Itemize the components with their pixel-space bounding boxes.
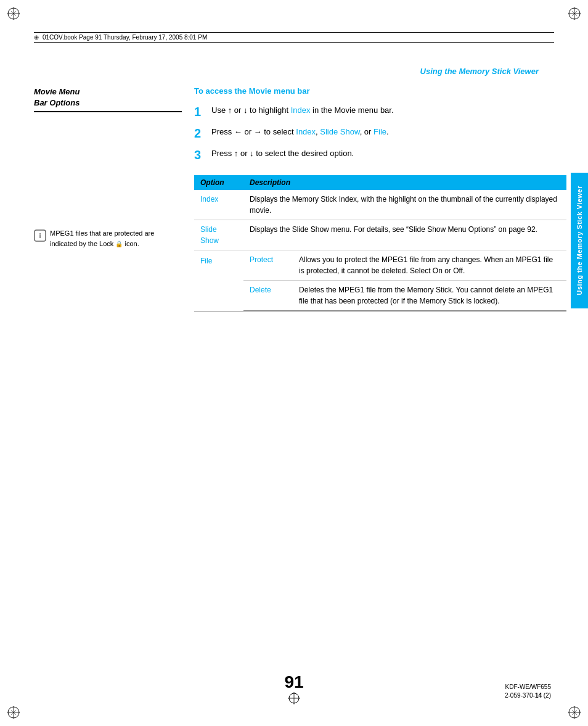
header-title: Using the Memory Stick Viewer (420, 67, 539, 76)
bottom-center-mark (287, 691, 301, 707)
steps-list: 1 Use ↑ or ↓ to highlight Index in the M… (194, 104, 566, 164)
note-text: MPEG1 files that are protected are indic… (50, 228, 169, 249)
step-3: 3 Press ↑ or ↓ to select the desired opt… (194, 147, 566, 164)
highlight-off: Off (453, 266, 463, 275)
corner-mark-bl (6, 695, 31, 720)
corner-mark-tr (557, 6, 582, 31)
corner-mark-tl (6, 6, 31, 31)
table-row-index: Index Displays the Memory Stick Index, w… (194, 190, 566, 220)
page-number: 91 (284, 672, 303, 692)
svg-text:i: i (39, 232, 41, 239)
side-tab: Using the Memory Stick Viewer (571, 173, 588, 308)
section-heading: To access the Movie menu bar (194, 86, 566, 96)
model-line1: KDF-WE/WF655 (505, 683, 551, 691)
model-info: KDF-WE/WF655 2-059-370-14 (2) (505, 683, 551, 700)
option-slideshow: SlideShow (194, 220, 243, 250)
page-container: ⊕ 01COV.book Page 91 Thursday, February … (0, 0, 588, 726)
desc-index: Displays the Memory Stick Index, with th… (243, 190, 566, 220)
step-text-1: Use ↑ or ↓ to highlight Index in the Mov… (211, 104, 566, 117)
options-table: Option Description Index Displays the Me… (194, 175, 566, 311)
desc-slideshow: Displays the Slide Show menu. For detail… (243, 220, 566, 250)
step-2: 2 Press ← or → to select Index, Slide Sh… (194, 126, 566, 142)
col-header-option: Option (194, 175, 243, 190)
step-text-2: Press ← or → to select Index, Slide Show… (211, 126, 566, 138)
highlight-on: On (433, 266, 443, 275)
top-bar-arrow: ⊕ (34, 34, 39, 41)
section-title: Movie Menu Bar Options (34, 86, 182, 112)
top-bar: ⊕ 01COV.book Page 91 Thursday, February … (34, 32, 554, 43)
highlight-slideshow: Slide Show (320, 127, 359, 136)
note-box: i MPEG1 files that are protected are ind… (34, 228, 169, 249)
table-header-row: Option Description (194, 175, 566, 190)
step-number-2: 2 (194, 124, 211, 142)
sub-desc-delete: Deletes the MPEG1 file from the Memory S… (293, 281, 566, 311)
sub-row-protect: Protect Allows you to protect the MPEG1 … (243, 250, 566, 281)
top-bar-text: 01COV.book Page 91 Thursday, February 17… (43, 34, 207, 41)
desc-file: Protect Allows you to protect the MPEG1 … (243, 250, 566, 311)
model-line2: 2-059-370-14 (2) (505, 691, 551, 700)
col-header-description: Description (243, 175, 566, 190)
sub-desc-protect: Allows you to protect the MPEG1 file fro… (293, 250, 566, 281)
step-1: 1 Use ↑ or ↓ to highlight Index in the M… (194, 104, 566, 121)
step-number-1: 1 (194, 102, 211, 121)
highlight-index-2: Index (296, 127, 316, 136)
step-text-3: Press ↑ or ↓ to select the desired optio… (211, 147, 566, 160)
step-number-3: 3 (194, 146, 211, 164)
table-row-slideshow: SlideShow Displays the Slide Show menu. … (194, 220, 566, 250)
side-tab-text: Using the Memory Stick Viewer (576, 186, 583, 295)
highlight-index-1: Index (291, 105, 311, 115)
option-index: Index (194, 190, 243, 220)
left-column: Movie Menu Bar Options i MPEG1 files tha… (34, 86, 182, 118)
option-file: File (194, 250, 243, 311)
sub-option-protect: Protect (243, 250, 293, 281)
sub-option-table: Protect Allows you to protect the MPEG1 … (243, 250, 566, 311)
table-row-file: File Protect Allows you to protect the M… (194, 250, 566, 311)
sub-row-delete: Delete Deletes the MPEG1 file from the M… (243, 281, 566, 311)
right-column: To access the Movie menu bar 1 Use ↑ or … (194, 86, 566, 311)
note-icon: i (34, 229, 46, 245)
sub-option-delete: Delete (243, 281, 293, 311)
corner-mark-br (557, 695, 582, 720)
lock-icon: 🔒 (115, 241, 123, 247)
highlight-file: File (374, 127, 386, 136)
